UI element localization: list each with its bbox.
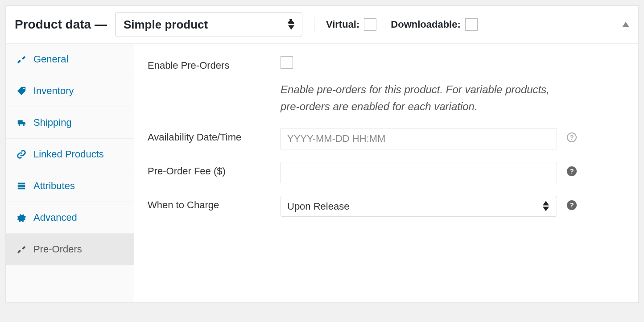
help-icon[interactable]: ? xyxy=(566,132,578,143)
svg-text:?: ? xyxy=(570,201,574,209)
availability-label: Availability Date/Time xyxy=(148,128,281,143)
tab-label-advanced: Advanced xyxy=(33,212,77,223)
header-checkboxes: Virtual: Downloadable: xyxy=(326,18,478,31)
tab-link-general[interactable]: General xyxy=(6,44,134,75)
virtual-checkbox[interactable] xyxy=(364,18,376,31)
availability-input[interactable] xyxy=(281,128,557,149)
tab-link-linked[interactable]: Linked Products xyxy=(6,139,134,170)
tab-preorders: Pre-Orders xyxy=(6,234,134,265)
tag-icon xyxy=(17,86,26,96)
link-icon xyxy=(17,149,26,159)
tab-label-inventory: Inventory xyxy=(33,85,74,97)
virtual-label: Virtual: xyxy=(326,19,359,30)
enable-preorders-desc: Enable pre-orders for this product. For … xyxy=(281,81,566,116)
tab-label-preorders: Pre-Orders xyxy=(33,244,82,255)
svg-rect-2 xyxy=(18,188,25,190)
svg-rect-0 xyxy=(18,183,25,185)
product-type-select-wrap: Simple product xyxy=(115,12,302,37)
downloadable-label: Downloadable: xyxy=(391,19,460,30)
fee-label: Pre-Order Fee ($) xyxy=(148,162,281,177)
product-data-panel: Product data — Simple product Virtual: D… xyxy=(5,5,639,303)
tab-label-general: General xyxy=(33,54,68,65)
tab-general: General xyxy=(6,44,134,75)
charge-select[interactable]: Upon Release xyxy=(281,196,557,217)
tab-attributes: Attributes xyxy=(6,170,134,202)
panel-header: Product data — Simple product Virtual: D… xyxy=(6,6,638,44)
enable-preorders-checkbox[interactable] xyxy=(281,56,293,69)
tab-advanced: Advanced xyxy=(6,202,134,234)
wrench-icon xyxy=(17,244,26,254)
truck-icon xyxy=(17,118,26,128)
help-icon[interactable]: ? xyxy=(566,199,578,211)
tab-link-shipping[interactable]: Shipping xyxy=(6,107,134,138)
charge-label: When to Charge xyxy=(148,196,281,211)
svg-text:?: ? xyxy=(570,167,574,175)
panel-body: General Inventory Shipping xyxy=(6,44,638,302)
tab-label-linked: Linked Products xyxy=(33,149,104,160)
downloadable-checkbox[interactable] xyxy=(465,18,478,31)
tab-link-advanced[interactable]: Advanced xyxy=(6,202,134,233)
virtual-check-item: Virtual: xyxy=(326,18,376,31)
row-fee: Pre-Order Fee ($) ? xyxy=(148,162,625,183)
help-icon[interactable]: ? xyxy=(566,165,578,177)
svg-rect-1 xyxy=(18,185,25,187)
row-charge: When to Charge Upon Release ? xyxy=(148,196,625,217)
tab-linked: Linked Products xyxy=(6,139,134,170)
tab-link-inventory[interactable]: Inventory xyxy=(6,75,134,107)
tab-inventory: Inventory xyxy=(6,75,134,107)
row-availability: Availability Date/Time ? xyxy=(148,128,625,149)
fee-input[interactable] xyxy=(281,162,557,183)
tab-link-attributes[interactable]: Attributes xyxy=(6,170,134,202)
tab-shipping: Shipping xyxy=(6,107,134,139)
header-separator xyxy=(314,17,314,32)
tab-content-preorders: Enable Pre-Orders Enable pre-orders for … xyxy=(134,44,638,302)
charge-select-wrap: Upon Release xyxy=(281,196,557,217)
downloadable-check-item: Downloadable: xyxy=(391,18,477,31)
enable-preorders-field: Enable pre-orders for this product. For … xyxy=(281,56,625,116)
tab-label-attributes: Attributes xyxy=(33,180,75,192)
product-type-select[interactable]: Simple product xyxy=(115,12,302,37)
tab-link-preorders[interactable]: Pre-Orders xyxy=(6,234,134,265)
wrench-icon xyxy=(17,54,26,64)
enable-preorders-label: Enable Pre-Orders xyxy=(148,56,281,71)
svg-text:?: ? xyxy=(570,133,574,141)
list-icon xyxy=(17,181,26,191)
panel-title: Product data — xyxy=(15,17,107,32)
collapse-arrow-icon[interactable] xyxy=(622,22,629,27)
gear-icon xyxy=(17,213,26,223)
row-enable-preorders: Enable Pre-Orders Enable pre-orders for … xyxy=(148,56,625,116)
product-data-tabs: General Inventory Shipping xyxy=(6,44,134,302)
tab-label-shipping: Shipping xyxy=(33,117,72,128)
